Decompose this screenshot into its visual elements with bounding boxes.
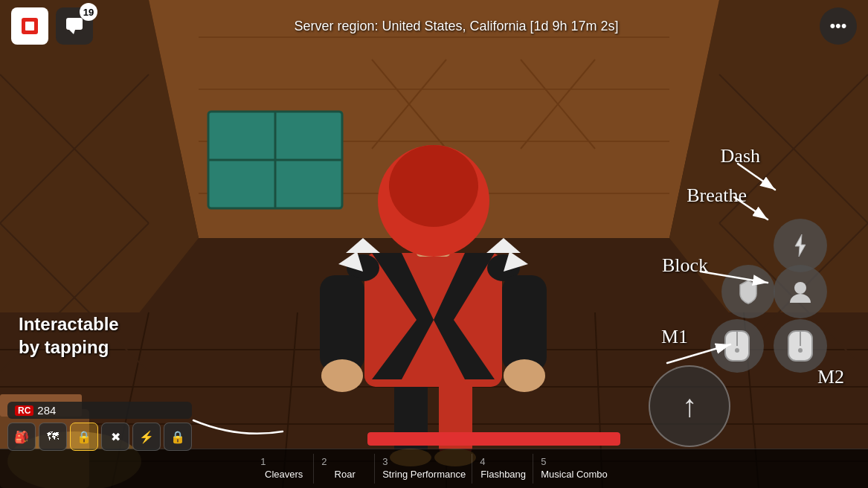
slot-1-label: Cleavers bbox=[265, 469, 303, 481]
top-bar: 19 Server region: United States, Califor… bbox=[0, 0, 868, 52]
svg-rect-59 bbox=[66, 18, 83, 30]
inventory-button[interactable]: 🎒 bbox=[7, 423, 36, 451]
close-button[interactable]: ✖ bbox=[101, 423, 129, 451]
server-info-text: Server region: United States, California… bbox=[294, 19, 618, 34]
interactable-annotation: Interactableby tapping bbox=[19, 312, 119, 359]
top-left-controls: 19 bbox=[11, 7, 93, 45]
slot-3-label: String Performance bbox=[382, 469, 466, 481]
lock2-button[interactable]: 🔒 bbox=[164, 423, 192, 451]
chat-button[interactable]: 19 bbox=[56, 7, 93, 45]
svg-rect-53 bbox=[320, 275, 364, 372]
health-bar-fill bbox=[367, 432, 620, 446]
chat-notification-badge: 19 bbox=[80, 3, 97, 21]
slot-4-label: Flashbang bbox=[480, 469, 526, 481]
hotbar-slot-4[interactable]: 4 Flashbang bbox=[474, 454, 533, 484]
hotbar-slot-5[interactable]: 5 Musical Combo bbox=[535, 454, 614, 484]
svg-marker-60 bbox=[69, 30, 75, 34]
bottom-hud: RC 284 🎒 🗺 🔒 ✖ ⚡ 🔒 1 Cleavers 2 Roar bbox=[0, 432, 868, 488]
svg-rect-54 bbox=[502, 275, 547, 372]
left-hud-area: RC 284 🎒 🗺 🔒 ✖ ⚡ 🔒 bbox=[7, 402, 192, 451]
health-bar-container bbox=[367, 432, 620, 446]
menu-dots-icon: ••• bbox=[829, 16, 846, 36]
slot-5-number: 5 bbox=[541, 457, 546, 466]
menu-button[interactable]: ••• bbox=[820, 7, 857, 45]
roblox-logo[interactable] bbox=[11, 7, 48, 45]
svg-rect-58 bbox=[25, 22, 34, 30]
svg-point-56 bbox=[504, 359, 545, 392]
hotbar-slot-3[interactable]: 3 String Performance bbox=[376, 454, 472, 484]
lightning-button[interactable]: ⚡ bbox=[132, 423, 161, 451]
up-arrow-icon: ↑ bbox=[682, 391, 698, 422]
hotbar: RC 284 🎒 🗺 🔒 ✖ ⚡ 🔒 1 Cleavers 2 Roar bbox=[0, 449, 868, 488]
slot-2-label: Roar bbox=[335, 469, 356, 481]
slot-1-number: 1 bbox=[260, 457, 266, 466]
map-button[interactable]: 🗺 bbox=[39, 423, 67, 451]
svg-point-46 bbox=[389, 145, 478, 227]
slot-5-label: Musical Combo bbox=[541, 469, 608, 481]
action-bar: 🎒 🗺 🔒 ✖ ⚡ 🔒 bbox=[7, 423, 192, 451]
game-viewport: 19 Server region: United States, Califor… bbox=[0, 0, 868, 488]
rc-counter: RC 284 bbox=[7, 402, 192, 419]
slot-2-number: 2 bbox=[321, 457, 327, 466]
lock-button[interactable]: 🔒 bbox=[70, 423, 98, 451]
hotbar-slot-2[interactable]: 2 Roar bbox=[315, 454, 375, 484]
svg-point-55 bbox=[321, 359, 363, 392]
rc-logo: RC bbox=[15, 405, 33, 416]
rc-value: 284 bbox=[37, 404, 56, 417]
hotbar-slot-1[interactable]: 1 Cleavers bbox=[254, 454, 314, 484]
slot-4-number: 4 bbox=[480, 457, 485, 466]
slot-3-number: 3 bbox=[382, 457, 388, 466]
